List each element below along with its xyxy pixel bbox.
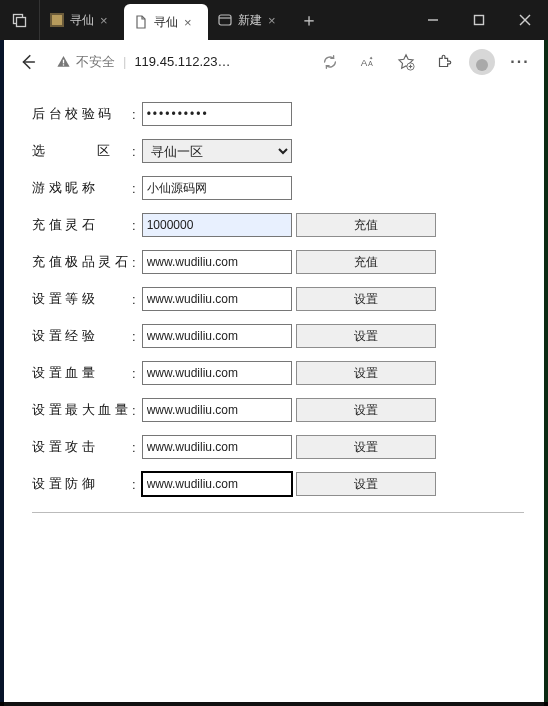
atk-button[interactable]: 设置	[296, 435, 436, 459]
window-titlebar: 寻仙 × 寻仙 × 新建 × ＋	[0, 0, 548, 40]
level-input[interactable]	[142, 287, 292, 311]
favicon-edge-icon	[218, 13, 232, 27]
divider	[32, 512, 524, 513]
more-icon: ···	[510, 53, 529, 71]
label-exp: 设 置 经 验	[32, 327, 128, 345]
label-recharge-lingshi: 充 值 灵 石	[32, 216, 128, 234]
puzzle-icon	[435, 53, 453, 71]
insecure-text: 不安全	[76, 53, 115, 71]
sync-icon	[321, 53, 339, 71]
region-select[interactable]: 寻仙一区	[142, 139, 292, 163]
exp-button[interactable]: 设置	[296, 324, 436, 348]
favorites-button[interactable]	[388, 45, 424, 79]
tab-3-close[interactable]: ×	[268, 13, 282, 28]
star-plus-icon	[397, 53, 415, 71]
label-def: 设 置 防 御	[32, 475, 128, 493]
tab-1[interactable]: 寻仙 ×	[40, 0, 124, 40]
window-controls	[410, 0, 548, 40]
sync-button[interactable]	[312, 45, 348, 79]
atk-input[interactable]	[142, 435, 292, 459]
maxhp-button[interactable]: 设置	[296, 398, 436, 422]
tab-2-active[interactable]: 寻仙 ×	[124, 4, 208, 40]
label-level: 设 置 等 级	[32, 290, 128, 308]
def-input[interactable]	[142, 472, 292, 496]
back-button[interactable]	[10, 45, 46, 79]
insecure-badge: 不安全	[56, 53, 115, 71]
window-minimize[interactable]	[410, 0, 456, 40]
plus-icon: ＋	[300, 8, 318, 32]
label-nickname: 游 戏 昵 称	[32, 179, 128, 197]
recharge-lingshi-button[interactable]: 充值	[296, 213, 436, 237]
favicon-page-icon	[134, 15, 148, 29]
tab-2-close[interactable]: ×	[184, 15, 198, 30]
svg-rect-12	[63, 64, 64, 65]
tab-1-close[interactable]: ×	[100, 13, 114, 28]
window-close[interactable]	[502, 0, 548, 40]
label-hp: 设 置 血 量	[32, 364, 128, 382]
svg-rect-11	[63, 60, 64, 64]
profile-button[interactable]	[464, 45, 500, 79]
hp-input[interactable]	[142, 361, 292, 385]
def-button[interactable]: 设置	[296, 472, 436, 496]
exp-input[interactable]	[142, 324, 292, 348]
browser-toolbar: 不安全 | 119.45.112.23… AA✦ ···	[4, 40, 544, 84]
avatar-icon	[469, 49, 495, 75]
addr-separator: |	[123, 54, 126, 69]
window-maximize[interactable]	[456, 0, 502, 40]
tabs-overview-button[interactable]	[0, 0, 40, 40]
address-url: 119.45.112.23…	[134, 54, 230, 69]
favicon-image-icon	[50, 13, 64, 27]
tab-3[interactable]: 新建 ×	[208, 0, 292, 40]
tabs-icon	[12, 12, 28, 28]
label-region: 选 区	[32, 142, 128, 160]
address-bar[interactable]: 不安全 | 119.45.112.23…	[50, 45, 308, 79]
page-content: 后 台 校 验 码: 选 区: 寻仙一区 游 戏 昵 称: 充 值 灵 石: 充…	[4, 84, 544, 513]
label-atk: 设 置 攻 击	[32, 438, 128, 456]
verify-input[interactable]	[142, 102, 292, 126]
svg-rect-4	[219, 15, 231, 25]
level-button[interactable]: 设置	[296, 287, 436, 311]
tab-1-title: 寻仙	[70, 12, 94, 29]
label-verify: 后 台 校 验 码	[32, 105, 128, 123]
tab-3-title: 新建	[238, 12, 262, 29]
svg-text:✦: ✦	[369, 55, 373, 61]
warning-icon	[56, 54, 71, 69]
svg-rect-1	[16, 18, 25, 27]
hp-button[interactable]: 设置	[296, 361, 436, 385]
svg-rect-3	[52, 15, 62, 25]
text-aa-icon: AA✦	[359, 53, 377, 71]
nickname-input[interactable]	[142, 176, 292, 200]
maxhp-input[interactable]	[142, 398, 292, 422]
label-maxhp: 设 置 最 大 血 量	[32, 401, 128, 419]
recharge-lingshi-input[interactable]	[142, 213, 292, 237]
new-tab-button[interactable]: ＋	[292, 0, 326, 40]
menu-button[interactable]: ···	[502, 45, 538, 79]
label-recharge-jipin: 充 值 极 品 灵 石	[32, 253, 128, 271]
svg-text:A: A	[361, 56, 368, 67]
arrow-left-icon	[19, 53, 37, 71]
extensions-button[interactable]	[426, 45, 462, 79]
recharge-jipin-input[interactable]	[142, 250, 292, 274]
read-aloud-button[interactable]: AA✦	[350, 45, 386, 79]
recharge-jipin-button[interactable]: 充值	[296, 250, 436, 274]
svg-rect-7	[475, 16, 484, 25]
tab-2-title: 寻仙	[154, 14, 178, 31]
